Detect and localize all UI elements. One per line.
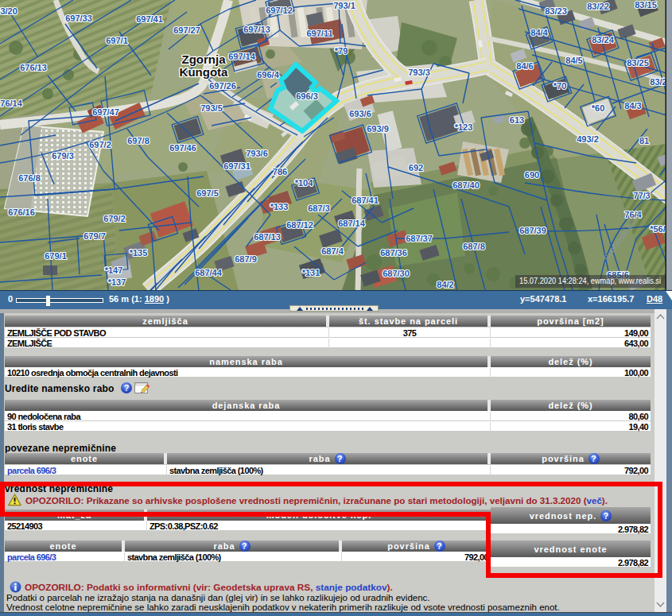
svg-text:*123: *123 <box>455 122 473 132</box>
svg-text:653/20: 653/20 <box>0 6 17 16</box>
svg-text:83/25: 83/25 <box>627 58 649 68</box>
svg-text:687/9: 687/9 <box>235 254 257 264</box>
svg-text:84/5: 84/5 <box>565 56 582 65</box>
svg-text:793/6: 793/6 <box>246 149 268 158</box>
svg-text:697/31: 697/31 <box>223 161 251 171</box>
svg-text:687/30: 687/30 <box>383 269 410 278</box>
svg-text:*147: *147 <box>105 265 123 275</box>
svg-text:697/1: 697/1 <box>106 36 128 45</box>
svg-text:*133: *133 <box>270 202 289 211</box>
svg-text:676/14: 676/14 <box>0 99 23 108</box>
svg-text:697/11: 697/11 <box>306 29 332 38</box>
svg-text:679/7: 679/7 <box>84 231 106 241</box>
svg-text:83/24: 83/24 <box>592 35 614 45</box>
svg-text:687/12: 687/12 <box>286 220 313 230</box>
svg-text:81: 81 <box>639 136 649 145</box>
svg-text:692: 692 <box>409 163 423 172</box>
svg-text:793/5: 793/5 <box>200 103 223 113</box>
svg-text:687/37: 687/37 <box>406 234 433 243</box>
svg-text:697/8: 697/8 <box>127 136 150 145</box>
svg-text:687/40: 687/40 <box>453 180 480 190</box>
svg-text:83/2: 83/2 <box>650 77 666 87</box>
svg-text:690: 690 <box>525 170 539 180</box>
svg-text:676/13: 676/13 <box>20 63 47 72</box>
svg-text:*79: *79 <box>335 46 348 56</box>
svg-text:697/41: 697/41 <box>136 14 163 24</box>
svg-text:696/3: 696/3 <box>296 91 318 101</box>
svg-text:*70: *70 <box>554 81 567 91</box>
svg-text:Zgornja: Zgornja <box>182 52 227 66</box>
svg-text:693/6: 693/6 <box>349 109 371 118</box>
svg-text:697/46: 697/46 <box>169 143 196 153</box>
svg-text:693/9: 693/9 <box>367 124 389 134</box>
svg-text:77/3: 77/3 <box>633 191 650 200</box>
svg-text:687/4: 687/4 <box>321 246 344 256</box>
svg-text:786: 786 <box>273 167 287 176</box>
svg-text:687/41: 687/41 <box>352 196 379 205</box>
svg-text:*60: *60 <box>592 103 605 113</box>
svg-text:*135: *135 <box>130 248 148 258</box>
svg-text:687/14: 687/14 <box>338 219 366 228</box>
svg-text:697/14: 697/14 <box>228 52 256 61</box>
svg-text:697/13: 697/13 <box>243 25 270 34</box>
svg-text:687/39: 687/39 <box>519 226 546 235</box>
svg-text:83/23: 83/23 <box>545 6 567 16</box>
svg-text:679/2: 679/2 <box>103 214 126 223</box>
svg-text:697/27: 697/27 <box>173 25 200 35</box>
svg-text:83/22: 83/22 <box>587 2 609 11</box>
svg-text:697/2: 697/2 <box>89 140 111 149</box>
svg-text:697/12: 697/12 <box>266 6 293 15</box>
svg-text:84/4: 84/4 <box>530 28 548 37</box>
svg-text:687/44: 687/44 <box>195 268 223 277</box>
svg-text:*137: *137 <box>108 277 126 287</box>
svg-text:676/16: 676/16 <box>8 207 35 217</box>
svg-text:*104: *104 <box>295 178 314 188</box>
svg-text:84/2: 84/2 <box>437 280 453 289</box>
svg-text:687/3: 687/3 <box>308 203 330 213</box>
svg-text:Kungota: Kungota <box>180 65 228 79</box>
svg-text:793/3: 793/3 <box>408 68 430 77</box>
svg-text:679/1: 679/1 <box>45 251 67 261</box>
svg-text:679/3: 679/3 <box>52 151 74 161</box>
svg-text:687/13: 687/13 <box>254 232 281 242</box>
svg-text:697/26: 697/26 <box>209 81 236 91</box>
svg-text:613: 613 <box>510 115 524 125</box>
svg-text:83/15: 83/15 <box>635 0 657 10</box>
svg-text:697/47: 697/47 <box>92 107 119 117</box>
svg-text:15.07.2020 14:28:24, ewmap, ww: 15.07.2020 14:28:24, ewmap, www.realis.s… <box>519 277 661 285</box>
svg-text:697/33: 697/33 <box>65 14 92 23</box>
svg-text:696/4: 696/4 <box>257 70 279 79</box>
svg-text:*131: *131 <box>302 268 320 277</box>
svg-text:84/3: 84/3 <box>624 101 641 110</box>
svg-text:793/1: 793/1 <box>333 1 355 10</box>
svg-text:697/5: 697/5 <box>196 188 219 198</box>
svg-text:493/2: 493/2 <box>577 134 599 144</box>
svg-text:84/6: 84/6 <box>516 61 533 71</box>
svg-text:676/8: 676/8 <box>18 173 41 183</box>
svg-text:687/36: 687/36 <box>380 248 407 258</box>
svg-text:687/8: 687/8 <box>463 242 485 251</box>
